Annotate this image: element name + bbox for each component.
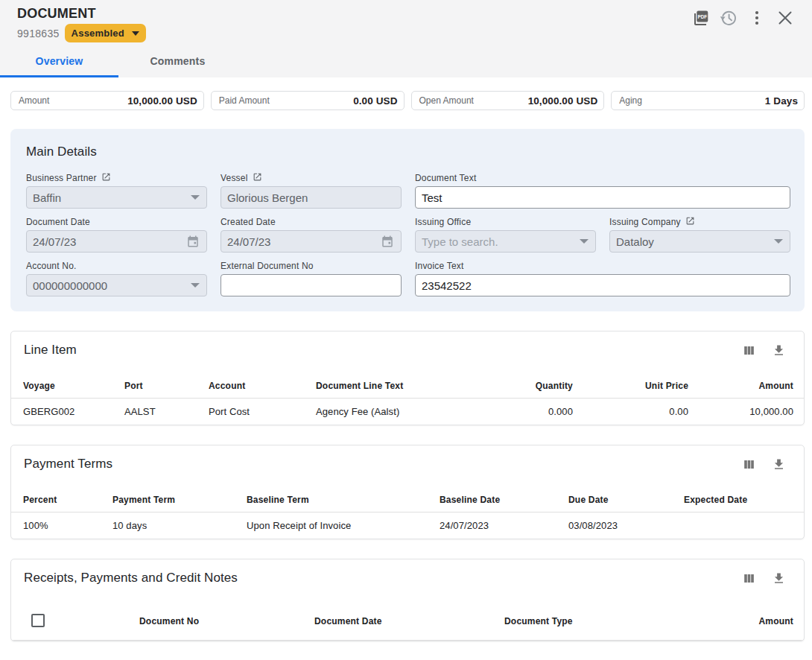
document-text-input[interactable]: Test <box>415 186 790 209</box>
receipts-download-button[interactable] <box>771 571 786 586</box>
field-label: Account No. <box>26 261 207 271</box>
external-document-no-input[interactable] <box>221 274 402 296</box>
field-value: 24/07/23 <box>227 235 270 248</box>
stat-card-amount: Amount10,000.00 USD <box>10 91 204 110</box>
receipts-columns-button[interactable] <box>741 571 756 586</box>
line-item-title: Line Item <box>24 343 77 358</box>
created-date-input[interactable]: 24/07/23 <box>221 230 402 253</box>
view-columns-icon <box>742 343 756 358</box>
field-label-text: Document Date <box>26 217 90 227</box>
column-header-port: Port <box>112 374 197 399</box>
column-header-unit-price: Unit Price <box>585 374 700 399</box>
view-columns-icon <box>742 571 756 586</box>
field-label: Vessel <box>221 173 402 183</box>
history-icon <box>720 9 738 27</box>
line-item-section: Line Item VoyagePortAccountDocument Line… <box>10 331 805 425</box>
field-placeholder: Type to search. <box>422 235 498 248</box>
account-no-select[interactable]: 000000000000 <box>26 274 207 296</box>
field-label-text: Vessel <box>221 173 248 183</box>
caret-down-icon <box>191 283 200 288</box>
main-details-card: Main Details Business Partner Baffin Ves… <box>10 129 805 311</box>
vessel-input[interactable]: Glorious Bergen <box>221 186 402 209</box>
more-options-button[interactable] <box>748 9 766 27</box>
stat-label: Paid Amount <box>219 95 270 106</box>
stat-label: Aging <box>619 95 642 106</box>
field-vessel: Vessel Glorious Bergen <box>221 173 402 209</box>
column-header-voyage: Voyage <box>11 374 112 399</box>
table-row[interactable]: GBERG002AALSTPort CostAgency Fee (Aalst)… <box>11 399 805 425</box>
cell-voyage: GBERG002 <box>11 399 112 425</box>
field-label-text: Created Date <box>221 217 276 227</box>
payment-terms-columns-button[interactable] <box>741 457 756 472</box>
pdf-export-button[interactable]: PDF <box>691 9 709 27</box>
section-toolbar <box>741 457 786 472</box>
open-in-new-icon-wrap[interactable] <box>685 216 695 228</box>
calendar-icon <box>381 235 394 248</box>
business-partner-select[interactable]: Baffin <box>26 186 207 209</box>
caret-down-icon <box>132 31 139 36</box>
calendar-icon-wrap <box>186 235 200 248</box>
cell-quantity: 0.000 <box>475 399 585 425</box>
tab-overview[interactable]: Overview <box>0 50 118 77</box>
stat-value: 1 Days <box>765 95 798 107</box>
download-icon <box>772 571 786 586</box>
column-header-quantity: Quantity <box>475 374 585 399</box>
column-header-amount: Amount <box>702 602 805 641</box>
section-head: Payment Terms <box>11 457 804 472</box>
section-toolbar <box>741 343 786 358</box>
cell-port: AALST <box>112 399 197 425</box>
cell-due-date: 03/08/2023 <box>556 513 672 539</box>
invoice-text-input[interactable]: 23542522 <box>415 274 790 296</box>
stat-label: Amount <box>19 95 49 106</box>
cell-baseline-term: Upon Receipt of Invoice <box>235 513 428 539</box>
open-in-new-icon-wrap[interactable] <box>101 172 111 184</box>
cell-payment-term: 10 days <box>101 513 235 539</box>
pdf-icon: PDF <box>691 9 709 27</box>
field-label-text: External Document No <box>221 261 314 271</box>
section-toolbar <box>741 571 786 586</box>
open-in-new-icon-wrap[interactable] <box>253 172 262 184</box>
payment-terms-section: Payment Terms PercentPayment TermBaselin… <box>10 445 805 539</box>
cell-amount: 10,000.00 <box>700 399 805 425</box>
section-head: Receipts, Payments and Credit Notes <box>11 571 804 586</box>
select-all-checkbox[interactable] <box>31 614 45 627</box>
field-value: 24/07/23 <box>33 235 76 248</box>
open-in-new-icon <box>253 172 262 182</box>
column-header-document-date: Document Date <box>302 602 492 641</box>
cell-unit-price: 0.00 <box>585 399 700 425</box>
receipts-title: Receipts, Payments and Credit Notes <box>24 571 238 586</box>
cell-expected-date <box>672 513 805 539</box>
page-title: DOCUMENT <box>17 6 96 21</box>
calendar-icon-wrap <box>381 235 394 248</box>
field-value: Baffin <box>33 191 61 204</box>
line-item-columns-button[interactable] <box>741 343 756 358</box>
close-button[interactable] <box>776 9 794 27</box>
status-badge-dropdown[interactable]: Assembled <box>65 24 146 42</box>
field-label: Issuing Company <box>609 217 790 227</box>
table-header-row: VoyagePortAccountDocument Line TextQuant… <box>11 374 805 399</box>
issuing-office-select[interactable]: Type to search. <box>415 230 596 253</box>
select-caret-wrap <box>580 239 589 244</box>
payment-terms-download-button[interactable] <box>771 457 786 472</box>
column-header-due-date: Due Date <box>556 488 672 513</box>
history-button[interactable] <box>720 9 738 27</box>
field-created-date: Created Date 24/07/23 <box>221 217 402 253</box>
document-date-input[interactable]: 24/07/23 <box>26 230 207 253</box>
document-header: DOCUMENT PDF 9918635 Assembled OverviewC… <box>0 0 812 77</box>
stat-value: 10,000.00 USD <box>127 95 197 107</box>
line-item-download-button[interactable] <box>771 343 786 358</box>
column-header-payment-term: Payment Term <box>101 488 235 513</box>
issuing-company-select[interactable]: Dataloy <box>609 230 790 253</box>
header-actions: PDF <box>691 9 794 27</box>
document-id-row: 9918635 Assembled <box>0 21 812 42</box>
field-value: 000000000000 <box>33 279 107 292</box>
tab-comments[interactable]: Comments <box>118 50 237 77</box>
payment-terms-table: PercentPayment TermBaseline TermBaseline… <box>11 488 805 539</box>
select-caret-wrap <box>191 195 200 200</box>
table-row[interactable]: 100%10 daysUpon Receipt of Invoice24/07/… <box>11 513 805 539</box>
download-icon <box>772 457 786 472</box>
cell-account: Port Cost <box>197 399 304 425</box>
main-details-grid: Business Partner Baffin Vessel Glorious … <box>26 173 790 296</box>
header-top-row: DOCUMENT PDF <box>0 6 812 21</box>
field-document-text: Document Text Test <box>415 173 790 209</box>
